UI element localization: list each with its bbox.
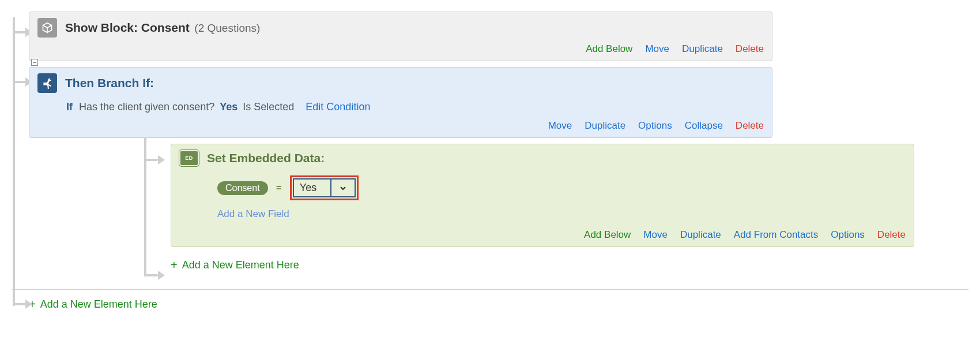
collapse-button[interactable]: Collapse [685, 120, 723, 132]
branch-condition: If Has the client given consent? Yes Is … [29, 99, 772, 120]
flow-arrow-head [158, 155, 165, 164]
delete-button[interactable]: Delete [736, 120, 764, 132]
move-button[interactable]: Move [548, 120, 572, 132]
duplicate-button[interactable]: Duplicate [585, 120, 625, 132]
flow-arrow [13, 303, 27, 305]
embedded-data-title: Set Embedded Data: [207, 151, 325, 165]
flow-arrow-head [25, 300, 32, 309]
options-button[interactable]: Options [831, 229, 865, 241]
options-button[interactable]: Options [638, 120, 672, 132]
add-new-element-label: Add a New Element Here [40, 298, 157, 311]
condition-answer: Yes [220, 101, 238, 113]
embedded-value-input[interactable]: Yes [294, 180, 331, 196]
duplicate-button[interactable]: Duplicate [682, 43, 723, 55]
show-block-card[interactable]: Show Block: Consent (2 Questions) Add Be… [29, 12, 772, 61]
cube-icon [37, 18, 57, 38]
condition-selected: Is Selected [243, 101, 294, 113]
edit-condition-button[interactable]: Edit Condition [306, 101, 370, 113]
plus-icon: + [171, 259, 178, 272]
delete-button[interactable]: Delete [736, 43, 764, 55]
add-new-field-button[interactable]: Add a New Field [217, 208, 906, 220]
duplicate-button[interactable]: Duplicate [680, 229, 721, 241]
collapse-toggle[interactable]: − [31, 59, 38, 66]
add-below-button[interactable]: Add Below [584, 229, 631, 241]
branch-children: ED Set Embedded Data: Consent = Yes Add … [144, 144, 968, 272]
embedded-data-card[interactable]: ED Set Embedded Data: Consent = Yes Add … [171, 144, 914, 247]
delete-button[interactable]: Delete [877, 229, 906, 241]
condition-question: Has the client given consent? [79, 101, 214, 113]
survey-flow: Show Block: Consent (2 Questions) Add Be… [12, 12, 968, 311]
flow-connector-vertical [13, 17, 15, 306]
add-new-element-nested[interactable]: + Add a New Element Here [171, 259, 968, 272]
add-from-contacts-button[interactable]: Add From Contacts [734, 229, 818, 241]
add-new-element-root[interactable]: + Add a New Element Here [29, 298, 968, 311]
move-button[interactable]: Move [643, 229, 668, 241]
flow-arrow [144, 159, 158, 161]
add-new-element-label: Add a New Element Here [182, 259, 299, 271]
value-dropdown-caret[interactable] [331, 180, 355, 196]
if-label: If [66, 101, 73, 113]
show-block-title: Show Block: Consent (2 Questions) [65, 21, 260, 35]
branch-card[interactable]: Then Branch If: If Has the client given … [29, 67, 772, 138]
branch-icon [37, 73, 57, 93]
equals-sign: = [276, 183, 281, 193]
flow-arrow [144, 274, 158, 276]
value-highlight: Yes [290, 175, 359, 200]
flow-arrow [13, 81, 27, 83]
flow-arrow [13, 31, 27, 33]
separator [12, 289, 968, 290]
move-button[interactable]: Move [645, 43, 669, 55]
branch-title: Then Branch If: [65, 76, 154, 90]
flow-arrow-head [158, 271, 165, 280]
embedded-data-icon: ED [179, 150, 199, 166]
add-below-button[interactable]: Add Below [586, 43, 632, 55]
embedded-field-pill[interactable]: Consent [217, 181, 268, 195]
